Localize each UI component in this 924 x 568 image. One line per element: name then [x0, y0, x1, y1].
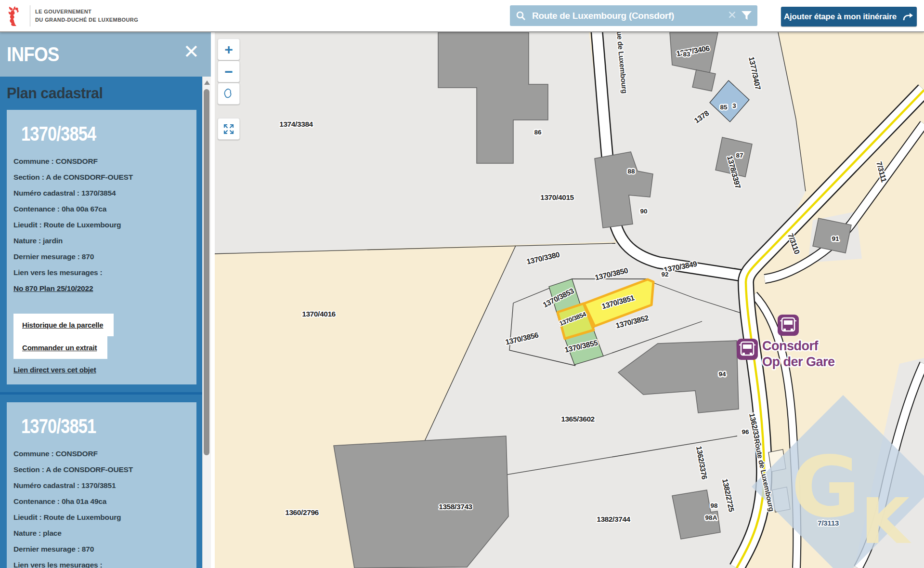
zoom-in-button[interactable]: + [218, 39, 240, 60]
zoom-out-button[interactable]: − [218, 61, 240, 82]
measurement-plan-link[interactable]: No 870 Plan 25/10/2022 [13, 280, 189, 296]
plan-cadastral-title: Plan cadastral [7, 84, 201, 102]
order-extract-button[interactable]: Commander un extrait [13, 336, 107, 359]
parcel-field: Dernier mesurage : 870 [13, 541, 189, 557]
add-route-step-button[interactable]: Ajouter étape à mon itinéraire [781, 7, 917, 26]
parcel-field: Lien vers les mesurages : [13, 264, 189, 280]
parcel-field: Contenance : 0ha 01a 49ca [13, 493, 189, 509]
infos-panel: INFOS ✕ Plan cadastral 1370/3854 Commune… [0, 32, 211, 568]
expand-arrows-icon [223, 123, 234, 135]
parcel-label: 7/3113 [818, 519, 839, 527]
red-lion-icon [5, 4, 24, 27]
luxembourg-outline-icon [223, 88, 234, 100]
house-number-label: 3 [732, 102, 736, 109]
gov-text-line2: DU GRAND-DUCHÉ DE LUXEMBOURG [35, 16, 138, 24]
house-number-label: 85 [720, 104, 728, 111]
parcel-field: Commune : CONSDORF [13, 446, 189, 462]
bus-stop-name-line2: Op der Gare [762, 355, 835, 369]
parcel-fields: Commune : CONSDORFSection : A de CONSDOR… [13, 446, 189, 568]
house-number-label: 90 [640, 208, 647, 215]
parcel-card: 1370/3854 Commune : CONSDORFSection : A … [7, 110, 196, 384]
parcel-field: Section : A de CONSDORF-OUEST [13, 462, 189, 477]
logo-divider [30, 5, 30, 26]
house-number-label: 88 [627, 168, 635, 175]
house-number-label: 92 [661, 271, 668, 278]
clear-search-icon[interactable]: ✕ [728, 9, 737, 22]
parcel-fields: Commune : CONSDORFSection : A de CONSDOR… [13, 153, 189, 280]
search-bar: ✕ [510, 5, 757, 26]
parcel-label: 1374/3384 [279, 120, 313, 128]
government-logo: LE GOUVERNEMENT DU GRAND-DUCHÉ DE LUXEMB… [5, 4, 138, 27]
direct-object-link[interactable]: Lien direct vers cet objet [13, 366, 189, 374]
close-icon[interactable]: ✕ [183, 42, 199, 61]
bus-stop-name-line1: Consdorf [762, 339, 819, 353]
bus-stop-icon[interactable] [778, 315, 799, 336]
parcel-field: Numéro cadastral : 1370/3851 [13, 477, 189, 493]
search-input[interactable] [531, 10, 728, 22]
scrollbar-thumb[interactable] [204, 89, 209, 455]
country-overview-button[interactable] [218, 83, 240, 105]
house-number-label: 98A [705, 514, 717, 521]
parcel-label: 1382/3744 [597, 515, 630, 523]
map-controls: + − [218, 39, 240, 140]
house-number-label: 96 [742, 428, 749, 436]
parcel-label: 1365/3602 [561, 415, 595, 423]
search-icon [516, 11, 526, 21]
gov-text-line1: LE GOUVERNEMENT [35, 8, 138, 16]
panel-map-gap [211, 32, 215, 568]
parcel-label: 1358/3743 [439, 502, 472, 511]
house-number-label: 98 [710, 502, 718, 509]
house-number-label: 87 [736, 152, 743, 159]
parcel-field: Nature : jardin [13, 233, 189, 249]
cadastral-map[interactable]: G K Consdorf Op der Gare 1374/33841370/4… [211, 32, 924, 568]
parcel-field: Lieudit : Route de Luxembourg [13, 217, 189, 233]
fullscreen-button[interactable] [218, 118, 240, 140]
parcel-field: Contenance : 0ha 00a 67ca [13, 201, 189, 217]
parcel-field: Lieudit : Route de Luxembourg [13, 509, 189, 525]
watermark-letter-k: K [861, 485, 911, 558]
filter-funnel-icon[interactable] [742, 11, 752, 20]
infos-header: INFOS ✕ [0, 32, 211, 77]
parcel-card-title: 1370/3851 [21, 415, 158, 438]
add-route-step-label: Ajouter étape à mon itinéraire [784, 12, 897, 22]
parcel-field: Nature : place [13, 525, 189, 541]
parcel-field: Dernier mesurage : 870 [13, 249, 189, 264]
parcel-field: Commune : CONSDORF [13, 153, 189, 169]
house-number-label: 94 [718, 370, 726, 378]
parcel-label: 1360/2796 [285, 508, 319, 516]
card-divider [0, 392, 211, 395]
route-arrow-icon [902, 13, 914, 21]
bus-stop-icon[interactable] [737, 339, 758, 360]
parcel-field: Lien vers les mesurages : [13, 557, 189, 568]
parcel-label: 1370/4016 [302, 310, 336, 318]
scroll-up-arrow-icon[interactable] [204, 80, 210, 85]
house-number-label: 86 [534, 129, 542, 136]
parcel-card: 1370/3851 Commune : CONSDORFSection : A … [7, 402, 196, 568]
parcel-history-button[interactable]: Historique de la parcelle [13, 314, 114, 336]
parcel-card-title: 1370/3854 [21, 122, 158, 145]
house-number-label: 91 [832, 235, 839, 242]
parcel-field: Section : A de CONSDORF-OUEST [13, 169, 189, 185]
infos-title: INFOS [7, 43, 59, 66]
parcel-field: Numéro cadastral : 1370/3854 [13, 185, 189, 201]
sidebar-scrollbar[interactable] [202, 77, 211, 568]
house-number-label: 83 [683, 51, 690, 58]
parcel-label: 1370/4015 [540, 193, 574, 201]
map-area[interactable]: G K Consdorf Op der Gare 1374/33841370/4… [211, 32, 924, 568]
top-header: LE GOUVERNEMENT DU GRAND-DUCHÉ DE LUXEMB… [0, 0, 924, 32]
